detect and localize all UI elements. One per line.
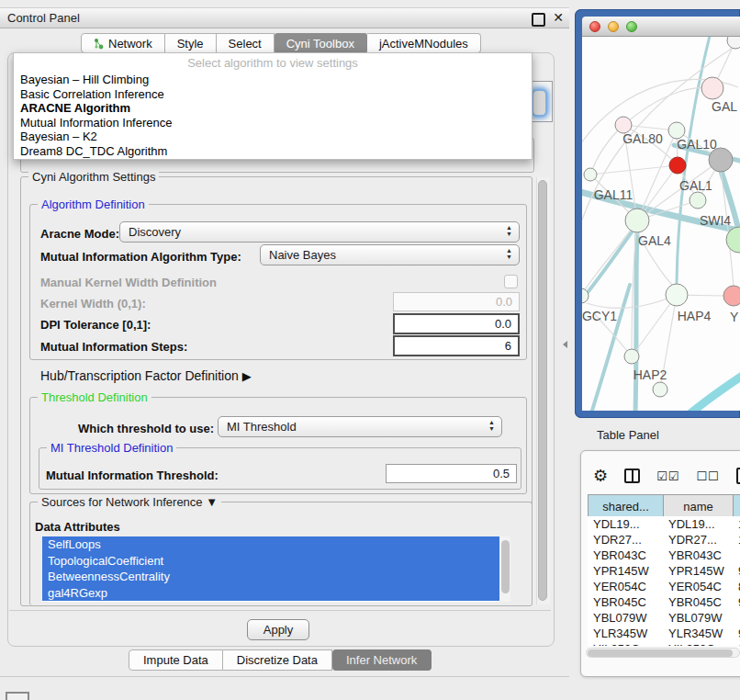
attributes-scrollbar-thumb[interactable]	[501, 540, 510, 593]
aracne-mode-select[interactable]: Discovery ▲▼	[119, 221, 520, 243]
mi-threshold-input[interactable]: 0.5	[386, 464, 517, 483]
network-node[interactable]	[666, 284, 688, 306]
algorithm-item[interactable]: Dream8 DC_TDC Algorithm	[14, 144, 532, 159]
mi-algorithm-type-value: Naive Bayes	[269, 248, 336, 262]
table-row[interactable]: YER054CYER054C8.	[588, 579, 740, 594]
table-row[interactable]: YDR27...YDR27...12	[588, 532, 740, 548]
gear-icon[interactable]: ⚙	[593, 467, 608, 485]
table-cell[interactable]: YBL079W	[588, 610, 663, 626]
which-threshold-select[interactable]: MI Threshold ▲▼	[218, 416, 502, 437]
network-window-titlebar[interactable]	[582, 17, 740, 37]
column-header-clipped[interactable]	[734, 495, 740, 519]
algorithm-item[interactable]: Basic Correlation Inference	[14, 87, 532, 102]
network-node[interactable]	[653, 382, 667, 397]
table-row[interactable]: YBR045CYBR045C9.	[588, 594, 740, 610]
algorithm-item[interactable]: Mutual Information Inference	[14, 116, 532, 130]
attribute-table-body: YDL19...YDL19...13YDR27...YDR27...12YBR0…	[588, 516, 740, 646]
table-cell[interactable]: YIL052C	[588, 641, 663, 646]
table-cell[interactable]: YLR345W	[663, 626, 733, 641]
panel-splitter-arrow-icon[interactable]	[563, 341, 567, 348]
table-cell[interactable]: 9.	[733, 594, 740, 610]
table-cell[interactable]: YDL19...	[663, 516, 733, 532]
network-node-label: GAL1	[679, 178, 712, 193]
algorithm-item[interactable]: Bayesian – K2	[14, 130, 532, 144]
table-cell[interactable]: YDL19...	[588, 516, 663, 532]
table-cell[interactable]: YDR27...	[588, 532, 663, 548]
table-cell[interactable]: YDR27...	[663, 532, 733, 548]
network-node[interactable]	[727, 37, 740, 49]
settings-scrollbar-thumb[interactable]	[538, 180, 547, 601]
minimize-traffic-light-icon[interactable]	[608, 21, 619, 32]
table-cell[interactable]: 9.	[733, 626, 740, 641]
hub-section-toggle[interactable]: Hub/Transcription Factor Definition ▶	[40, 368, 252, 383]
data-attribute-item[interactable]: gal4RGexp	[42, 585, 499, 602]
apply-button[interactable]: Apply	[247, 619, 309, 640]
table-cell[interactable]: 9.	[733, 563, 740, 579]
table-cell[interactable]: YER054C	[663, 579, 733, 594]
tab-infer-network[interactable]: Infer Network	[332, 649, 432, 671]
table-cell[interactable]: YBR043C	[588, 548, 663, 563]
mi-algorithm-type-select[interactable]: Naive Bayes ▲▼	[260, 244, 520, 265]
tab-network[interactable]: Network	[81, 33, 165, 53]
close-traffic-light-icon[interactable]	[589, 21, 600, 32]
algorithm-item[interactable]: ARACNE Algorithm	[14, 101, 532, 116]
tab-jactivemnodules[interactable]: jActiveMNodules	[367, 33, 481, 53]
table-cell[interactable]: YBL079W	[663, 610, 733, 626]
column-header-name[interactable]: name	[664, 495, 734, 519]
table-row[interactable]: YBL079WYBL079W	[588, 610, 740, 626]
float-window-icon[interactable]	[532, 13, 545, 27]
minimized-window-fragment[interactable]	[6, 692, 29, 700]
table-cell[interactable]: YER054C	[588, 579, 663, 594]
dpi-tolerance-input[interactable]: 0.0	[393, 313, 520, 334]
tab-style[interactable]: Style	[165, 33, 217, 53]
table-cell[interactable]: YBR045C	[588, 594, 663, 610]
table-cell[interactable]: YPR145W	[663, 563, 733, 579]
columns-icon[interactable]	[624, 469, 640, 483]
table-row[interactable]: YPR145WYPR145W9.	[588, 563, 740, 579]
table-row[interactable]: YIL052CYIL052C9	[588, 641, 740, 646]
aracne-mode-value: Discovery	[129, 225, 181, 239]
table-cell[interactable]	[733, 610, 740, 626]
table-cell[interactable]: YIL052C	[663, 641, 733, 646]
network-node[interactable]	[723, 286, 740, 306]
tab-discretize-data[interactable]: Discretize Data	[223, 649, 332, 671]
tab-cyni-toolbox[interactable]: Cyni Toolbox	[275, 33, 367, 53]
table-toolbar: ⚙ ☑☑ ☐☐	[593, 464, 740, 488]
table-cell[interactable]: YBR045C	[663, 594, 733, 610]
network-node[interactable]	[625, 209, 649, 232]
mi-steps-input[interactable]: 6	[393, 335, 520, 356]
deselect-all-checkboxes-icon[interactable]: ☐☐	[696, 469, 719, 483]
table-cell[interactable]: 9	[733, 641, 740, 646]
network-node[interactable]	[624, 349, 639, 364]
manual-kernel-width-checkbox[interactable]	[504, 275, 518, 288]
network-node[interactable]	[690, 192, 706, 209]
table-cell[interactable]: YBR043C	[663, 548, 733, 563]
table-cell[interactable]: YLR345W	[588, 626, 663, 641]
column-header-shared-name[interactable]: shared...	[589, 495, 664, 519]
table-row[interactable]: YLR345WYLR345W9.	[588, 626, 740, 641]
tab-impute-data[interactable]: Impute Data	[129, 649, 223, 671]
network-node[interactable]	[701, 77, 723, 99]
network-canvas[interactable]: GALGAL80GAL10GAL11GAL1SWI4GAL4GCY1HAP4YH…	[582, 37, 740, 411]
data-attribute-item[interactable]: SelfLoops	[42, 536, 499, 553]
table-cell[interactable]	[733, 548, 740, 563]
tab-select[interactable]: Select	[217, 33, 275, 53]
data-attribute-item[interactable]: TopologicalCoefficient	[42, 553, 499, 570]
table-cell[interactable]: 8.	[733, 579, 740, 594]
table-hscrollbar-thumb[interactable]	[588, 649, 733, 657]
table-row[interactable]: YBR043CYBR043C	[588, 548, 740, 563]
network-node-label: GAL	[712, 99, 737, 114]
sources-group-title[interactable]: Sources for Network Inference ▼	[38, 495, 221, 509]
table-row[interactable]: YDL19...YDL19...13	[588, 516, 740, 532]
data-attribute-item[interactable]: BetweennessCentrality	[42, 569, 499, 585]
table-cell[interactable]: 13	[733, 516, 740, 532]
select-all-checkboxes-icon[interactable]: ☑☑	[656, 469, 679, 483]
algorithm-item[interactable]: Bayesian – Hill Climbing	[14, 73, 532, 87]
table-cell[interactable]: YPR145W	[588, 563, 663, 579]
network-node[interactable]	[584, 168, 597, 181]
document-icon[interactable]	[736, 468, 740, 484]
network-node[interactable]	[669, 157, 686, 174]
table-cell[interactable]: 12	[733, 532, 740, 548]
zoom-traffic-light-icon[interactable]	[626, 21, 637, 32]
close-icon[interactable]: ✕	[553, 10, 564, 25]
